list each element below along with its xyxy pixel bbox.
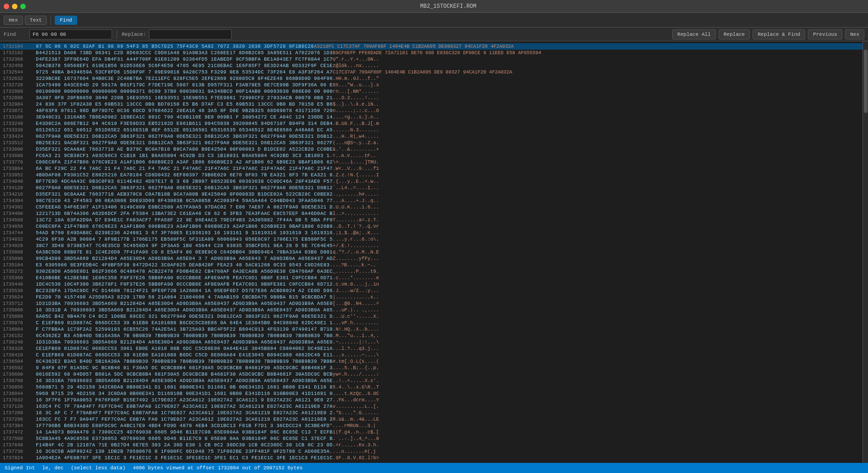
table-row[interactable]: 17369445960 B715 29 4D2158 34 2C8DA8 0B0… [0, 390, 862, 397]
table-row[interactable]: 1733688FC6A3 21 9CB38CF1 A93C96C3 C1B18 … [0, 152, 862, 159]
table-row[interactable]: 17334240627F9A0 0DE5E321 D6B12CA5 3B63F3… [0, 133, 862, 140]
hex-area[interactable]: 173210497 5C 06 6 02C 92AF B1 08 09 54F3… [0, 41, 862, 463]
row-offset: 1736328 [3, 346, 36, 351]
table-row[interactable]: 17350086A3BC5D0 88B07E 81 1C4E26D9 7F41F… [0, 249, 862, 255]
table-row[interactable]: 17335120B25E321 9ACBF321 0627F9A0 0DE5E3… [0, 140, 862, 146]
table-row[interactable]: 17365929 84F8 07F 81A5DC 9C BC8B46 81 F3… [0, 365, 862, 371]
table-row[interactable]: 17368565660B71 5 29 4D2158 342C8DA8 0B00… [0, 384, 862, 390]
table-row[interactable]: 173676816 3D31BA 70936693 3BD5A669 B2128… [0, 377, 862, 384]
table-row[interactable]: 173474454AD B790 E49DAB8C 0239E236 A2498… [0, 230, 862, 236]
table-row[interactable]: 17373841F7796B6 B6B3438D E88FDC9C A4BC17… [0, 422, 862, 429]
table-row[interactable]: 173509699CB4D80 3BD5A669 B21284D4 A65E30… [0, 255, 862, 262]
find-button[interactable]: Find [55, 16, 77, 25]
table-row[interactable]: 1736328CE1EFB69 01D087AC 066DCC53 3961 E… [0, 345, 862, 352]
table-row[interactable]: 1734392C5FEEEAG 54F6E307 A1F13406 9149C8… [0, 204, 862, 210]
table-row[interactable]: 17366800016E592 68 04D057 B601A 5DC 9CBC… [0, 371, 862, 377]
table-row[interactable]: 1737296163CC FC 7 F7 9A94F7 FEF7C9AC E0B… [0, 416, 862, 422]
table-row[interactable]: 1733776C09EC8FA 21F47B06 676C9E23 A1AF1B… [0, 159, 862, 165]
table-row[interactable]: 1735624FE2D9 70 4157498 A25D85A3 8229 17… [0, 294, 862, 300]
row-offset: 1734392 [3, 204, 36, 210]
table-row[interactable]: 17344801221713D 6B74A396 A62D6DCF 2FA F5… [0, 210, 862, 217]
row-offset: 1732456 [3, 63, 36, 68]
table-row[interactable]: 1733600D35EF321 9CAA8AE 76637718 AE B370… [0, 146, 862, 152]
row-offset: 1732632 [3, 76, 36, 81]
status-format: le, dec [42, 465, 63, 471]
table-row[interactable]: 17357121D31D3BA 70936693 3BD5A669 B21284… [0, 300, 862, 307]
table-row[interactable]: 173430498C7E1C0 43 2F4583 06 0EA3008 D0E… [0, 197, 862, 204]
table-row[interactable]: 17326323229BC8E 16737604 84B0C3E 2C40B7B… [0, 75, 862, 82]
table-row[interactable]: 1734040BF77E9D 4DC4A43C 9B3C0F83 6114E48… [0, 178, 862, 185]
table-row[interactable]: 17365046C4362E2 B3A5 B40D 5B16A38A 7B0B9… [0, 358, 862, 365]
table-row[interactable]: 173747214 1A4D73 B09A470 3 7300CC25 4D76… [0, 429, 862, 435]
table-row[interactable]: 1736416C E1EFB69 01D087AC 066DCC53 39 61… [0, 352, 862, 358]
hex-button[interactable]: Hex [4, 16, 23, 25]
table-row[interactable]: 1735536BC232BFA 17DAC9DC FC D14608 78124… [0, 287, 862, 294]
table-row[interactable]: 17338646A BC F29C 22 F4 7A6C 21 F4 7A6C … [0, 165, 862, 172]
table-row[interactable]: 17341280627F9A0 0DE5E321 D6B12CA5 3B63F3… [0, 185, 862, 191]
table-row[interactable]: 173456813C72 10A 63FA2D9A D7 E94E1C FA03… [0, 217, 862, 223]
replace-input[interactable] [149, 29, 232, 39]
table-row[interactable]: 17378241A9D4E2A 4FE8B797 3FE 1EC1C 3 FE1… [0, 455, 862, 461]
table-row[interactable]: 173492038C7 3D48 9730E547 7C4E35CD 5C495… [0, 242, 862, 249]
status-type: Signed Int [5, 465, 35, 471]
table-row[interactable]: 173720816 3C AF C 7 F79AB4F7 FEF7C9AC E0… [0, 410, 862, 416]
table-row[interactable]: 17352729302E8D0 A586E9D1 B62F3666 0C4864… [0, 268, 862, 275]
find-label: Find [4, 32, 27, 37]
table-row[interactable]: 17358886A05C B42 9B4A79 C4 0C2 1D0BE 89C… [0, 313, 862, 320]
table-row[interactable]: 17328963A307 0F8 20FB8659 3040 220B 16E9… [0, 95, 862, 101]
row-ascii: z@lGk...nx...... [333, 63, 860, 68]
replace-button[interactable]: Replace [719, 29, 750, 39]
table-row[interactable]: 17327201CA75490 643CE64D 29 5017A B01F17… [0, 82, 862, 88]
maximize-button[interactable] [20, 4, 26, 9]
row-ascii: .*b....".G...... [333, 410, 860, 416]
table-row[interactable]: 17348324C29 6F30 A2B 90884 7 8F9B177B 17… [0, 236, 862, 242]
row-ascii: .M..."u...1..4,. [333, 333, 860, 338]
row-ascii: ..D..T.!`?..Q.Vr [333, 224, 860, 229]
row-offset: 1732984 [3, 101, 36, 107]
table-row[interactable]: 173298424 836 37F 1F02A30 E5 69B531 13CC… [0, 101, 862, 107]
table-row[interactable]: 173307248F63F8 07611 98D BF79D7C 0C36 6D… [0, 107, 862, 114]
table-row[interactable]: 173703216 3F7F6 1F79A9053 F676F86F B15E7… [0, 397, 862, 403]
table-row[interactable]: 173773616 3C6C5B A0F99242 130 1DB2B 7058… [0, 448, 862, 455]
table-row[interactable]: 17375605C8B3A45 4A9C0558 E3730053 4D7690… [0, 435, 862, 442]
table-row[interactable]: 17331603E940C31 1316AB5 7B8EAD982 1E0ECA… [0, 114, 862, 120]
table-row[interactable]: 17362401D31D3BA 70936693 3BD5A669 B21284… [0, 339, 862, 345]
scrollbar-thumb[interactable] [864, 50, 868, 113]
table-row[interactable]: 1734216D35EF321 9C8AAAE 76637718 AEB370C… [0, 191, 862, 197]
table-row[interactable]: 17354481DC4C530 10C4F380 3B6278F1 F8F37E… [0, 281, 862, 287]
find-input[interactable] [29, 29, 112, 39]
row-ascii: v..........L..[. [333, 404, 860, 409]
table-row[interactable]: 173580016 3D31B A 70936693 3BD5A669 B212… [0, 307, 862, 313]
replace-all-button[interactable]: Replace All [672, 29, 716, 39]
table-row[interactable]: 17361526C4362E2 B3 A5B40D 5B16A38A 7B 0B… [0, 332, 862, 339]
row-offset: 1733248 [3, 121, 36, 126]
row-hex: 16 3C6C5B A0F99242 130 1DB2B 70580676 8 … [36, 449, 329, 454]
table-row[interactable]: 1735184E3 6305966 8E3FEDB4C 4F8BF5F38 84… [0, 262, 862, 268]
table-row[interactable]: 17339524B0DAF08 F9301C52 E8025216 EA7010… [0, 172, 862, 178]
close-button[interactable] [4, 4, 9, 9]
replace-find-button[interactable]: Replace & Find [753, 29, 805, 39]
row-hex: 0627F9A0 0DE5E321 D6B12CA5 3B63F321 0627… [36, 134, 333, 139]
row-hex: 16 3D31B A 70936693 3BD5A669 B21284D4 A6… [36, 307, 333, 313]
table-row[interactable]: 17325449725 40BA B434659A 53CF8FD6 15D0F… [0, 69, 862, 75]
table-row[interactable]: 1735360E410B6BE 412BE5BE 1E06C358 F8F37E… [0, 275, 862, 281]
table-row[interactable]: 173280800100000 00000000 00000000 000903… [0, 88, 862, 95]
table-row[interactable]: 1735976C E1EFB69 01D087AC 066DCC53 39 61… [0, 320, 862, 326]
row-ascii: .=..A.V.....tF.. [329, 153, 860, 158]
table-row[interactable]: 173210497 5C 06 6 02C 92AF B1 08 09 54F3… [0, 43, 862, 50]
table-row[interactable]: 1734656C09EC8FA 21F47B06 676C9E23 A1AF1B… [0, 223, 862, 230]
table-row[interactable]: 1733248E43D8C2A 866E7B12 94 4C619 F3E59D… [0, 120, 862, 127]
minimize-button[interactable] [12, 4, 17, 9]
table-row[interactable]: 1732368D4FE2387 3FF9E64D EFA DB4F31 A44F… [0, 56, 862, 62]
table-row[interactable]: 1737120163C4 FC 7F 79A84F7 FEF7C94C E0B7… [0, 403, 862, 410]
next-button[interactable]: Nex [845, 29, 864, 39]
scrollbar-track[interactable] [862, 41, 868, 463]
table-row[interactable]: 17324565042B378 59568EF1 619E1B56 01D536… [0, 62, 862, 69]
table-row[interactable]: 173333665126512 651 60512 651D65E2 6516E… [0, 127, 862, 133]
previous-button[interactable]: Previous [808, 29, 842, 39]
text-button[interactable]: Text [25, 16, 47, 25]
table-row[interactable]: 1736064F C7FBBAA 1C79F2A2 52599193 6CB55… [0, 326, 862, 332]
table-row[interactable]: 1732192B4421513 DA06 73BD 96341 C2D 8D60… [0, 50, 862, 56]
row-ascii: .Z.z.!N.{......I [333, 172, 860, 178]
table-row[interactable]: 1737648F14B4F 4C 2B 12107A 71E 0B27D4 6E… [0, 442, 862, 448]
